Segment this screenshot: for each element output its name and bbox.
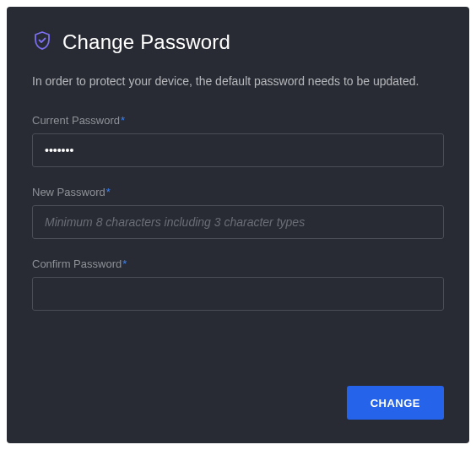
page-title: Change Password bbox=[62, 30, 230, 54]
current-password-group: Current Password* bbox=[32, 114, 444, 167]
required-marker: * bbox=[106, 186, 111, 198]
change-button[interactable]: CHANGE bbox=[347, 386, 444, 420]
shield-check-icon bbox=[32, 30, 52, 54]
change-password-panel: Change Password In order to protect your… bbox=[7, 7, 469, 443]
panel-header: Change Password bbox=[32, 30, 444, 54]
required-marker: * bbox=[122, 258, 127, 270]
confirm-password-input[interactable] bbox=[32, 277, 444, 311]
panel-footer: CHANGE bbox=[347, 386, 444, 420]
new-password-label: New Password* bbox=[32, 186, 444, 198]
current-password-input[interactable] bbox=[32, 133, 444, 167]
new-password-group: New Password* bbox=[32, 186, 444, 239]
current-password-label: Current Password* bbox=[32, 114, 444, 127]
new-password-input[interactable] bbox=[32, 205, 444, 239]
description-text: In order to protect your device, the def… bbox=[32, 73, 444, 90]
required-marker: * bbox=[121, 114, 125, 127]
confirm-password-label: Confirm Password* bbox=[32, 258, 444, 270]
confirm-password-group: Confirm Password* bbox=[32, 258, 444, 311]
